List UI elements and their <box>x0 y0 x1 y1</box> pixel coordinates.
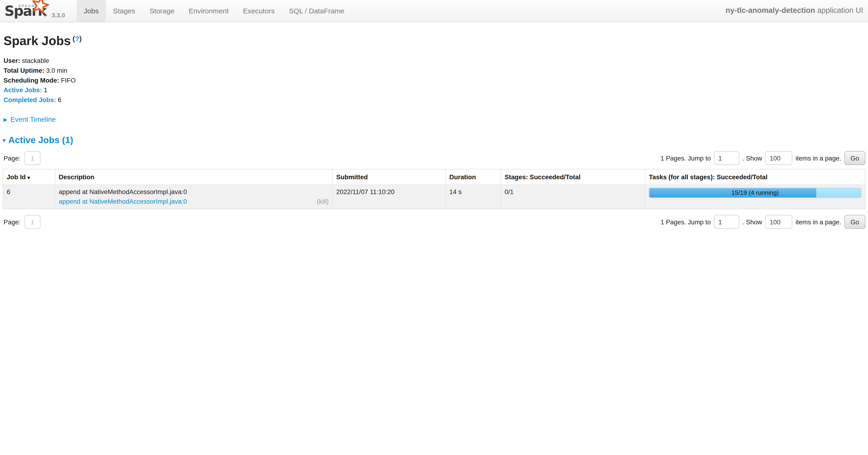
column-header-duration[interactable]: Duration <box>445 169 501 185</box>
submitted-cell: 2022/11/07 11:10:20 <box>332 185 445 209</box>
spark-logo-graphic: Spark APACHE ™ <box>4 0 49 22</box>
column-header-description[interactable]: Description <box>55 169 333 185</box>
header-row: Job Id ▾DescriptionSubmittedDurationStag… <box>3 169 865 185</box>
trademark-symbol: ™ <box>43 16 46 18</box>
tasks-progress-bar: 15/19 (4 running) <box>649 188 861 198</box>
page-title: Spark Jobs(?) <box>3 34 865 48</box>
tasks-cell: 15/19 (4 running) <box>645 185 865 209</box>
active-jobs-header-label: Active Jobs (1) <box>8 135 73 145</box>
info-item-0: User: stackable <box>3 56 865 66</box>
tab-environment[interactable]: Environment <box>182 0 236 22</box>
event-timeline-toggle[interactable]: ▶Event Timeline <box>3 115 865 123</box>
page-content: Spark Jobs(?) User: stackableTotal Uptim… <box>0 34 868 239</box>
collapse-arrow-icon: ▾ <box>3 137 5 144</box>
tab-executors[interactable]: Executors <box>236 0 282 22</box>
column-header-stages[interactable]: Stages: Succeeded/Total <box>501 169 645 185</box>
application-name: ny-tlc-anomaly-detection <box>725 6 815 15</box>
pages-jump-text: 1 Pages. Jump to <box>660 218 711 225</box>
items-text: items in a page. <box>796 218 841 225</box>
info-item-2: Scheduling Mode: FIFO <box>3 75 865 85</box>
expand-arrow-icon: ▶ <box>3 117 7 123</box>
show-count-input[interactable] <box>765 151 793 165</box>
tab-stages[interactable]: Stages <box>106 0 142 22</box>
info-item-3: Active Jobs: 1 <box>3 85 865 95</box>
info-value: stackable <box>22 57 49 64</box>
active-jobs-table: Job Id ▾DescriptionSubmittedDurationStag… <box>3 169 865 209</box>
description-cell: append at NativeMethodAccessorImpl.java:… <box>55 185 333 209</box>
info-label-link[interactable]: Active Jobs: <box>3 87 42 94</box>
info-value: 6 <box>58 96 61 103</box>
kill-job-link[interactable]: (kill) <box>317 197 329 206</box>
info-value: 1 <box>44 87 48 94</box>
info-item-1: Total Uptime: 3.0 min <box>3 65 865 75</box>
tab-jobs[interactable]: Jobs <box>76 0 106 22</box>
jump-to-input[interactable] <box>714 215 739 229</box>
column-header-job-id[interactable]: Job Id ▾ <box>3 169 55 185</box>
show-count-input[interactable] <box>765 215 793 229</box>
info-value: FIFO <box>61 77 76 84</box>
show-text: . Show <box>742 218 762 225</box>
summary-info-list: User: stackableTotal Uptime: 3.0 minSche… <box>3 56 865 105</box>
job-row: 6append at NativeMethodAccessorImpl.java… <box>3 185 865 209</box>
help-close-paren: ) <box>79 35 82 42</box>
stages-cell: 0/1 <box>501 185 645 209</box>
job-detail-link[interactable]: append at NativeMethodAccessorImpl.java:… <box>59 197 187 206</box>
go-button[interactable]: Go <box>844 151 865 165</box>
info-label: Scheduling Mode: <box>3 77 59 84</box>
application-title-suffix: application UI <box>815 6 863 15</box>
page-number-box: 1 <box>24 151 40 165</box>
pager-controls: 1 Pages. Jump to. Showitems in a page.Go <box>660 151 865 165</box>
tab-storage[interactable]: Storage <box>142 0 181 22</box>
spark-ui-page: Spark APACHE ™ 3.3.0 JobsStagesStorageEn… <box>0 0 868 239</box>
info-label: Total Uptime: <box>3 67 44 74</box>
help-link[interactable]: (?) <box>73 35 82 42</box>
page-number-box: 1 <box>24 215 40 229</box>
info-label-link[interactable]: Completed Jobs: <box>3 96 56 103</box>
info-value: 3.0 min <box>46 67 67 74</box>
page-indicator: Page:1 <box>3 215 40 229</box>
column-header-submitted[interactable]: Submitted <box>332 169 445 185</box>
progress-label: 15/19 (4 running) <box>649 188 861 198</box>
duration-cell: 14 s <box>445 185 501 209</box>
pages-jump-text: 1 Pages. Jump to <box>660 154 711 162</box>
column-header-tasks-for-all-stages-[interactable]: Tasks (for all stages): Succeeded/Total <box>645 169 865 185</box>
info-item-4: Completed Jobs: 6 <box>3 95 865 105</box>
spark-version: 3.3.0 <box>52 12 65 22</box>
active-jobs-header[interactable]: ▾Active Jobs (1) <box>3 135 865 145</box>
page-label: Page: <box>3 218 21 225</box>
job-description-text: append at NativeMethodAccessorImpl.java:… <box>59 187 329 196</box>
pager-controls: 1 Pages. Jump to. Showitems in a page.Go <box>660 215 865 229</box>
page-title-text: Spark Jobs <box>3 34 71 48</box>
tab-sql-dataframe[interactable]: SQL / DataFrame <box>282 0 351 22</box>
page-label: Page: <box>3 154 21 162</box>
active-jobs-pager-bottom: Page:11 Pages. Jump to. Showitems in a p… <box>3 215 865 229</box>
job-description-links: append at NativeMethodAccessorImpl.java:… <box>59 197 329 206</box>
jump-to-input[interactable] <box>714 151 739 165</box>
navbar: Spark APACHE ™ 3.3.0 JobsStagesStorageEn… <box>0 0 868 22</box>
show-text: . Show <box>742 154 762 162</box>
help-question-icon: ? <box>75 35 80 42</box>
sort-desc-icon: ▾ <box>27 175 30 180</box>
event-timeline-label: Event Timeline <box>10 115 56 123</box>
application-title: ny-tlc-anomaly-detection application UI <box>725 0 863 21</box>
nav-tabs: JobsStagesStorageEnvironmentExecutorsSQL… <box>76 0 351 22</box>
page-indicator: Page:1 <box>3 151 40 165</box>
items-text: items in a page. <box>796 154 841 162</box>
info-label: User: <box>3 57 20 64</box>
job-id-cell: 6 <box>3 185 55 209</box>
active-jobs-pager-top: Page:11 Pages. Jump to. Showitems in a p… <box>3 151 865 165</box>
go-button[interactable]: Go <box>844 215 865 229</box>
spark-logo: Spark APACHE ™ 3.3.0 <box>4 0 65 22</box>
